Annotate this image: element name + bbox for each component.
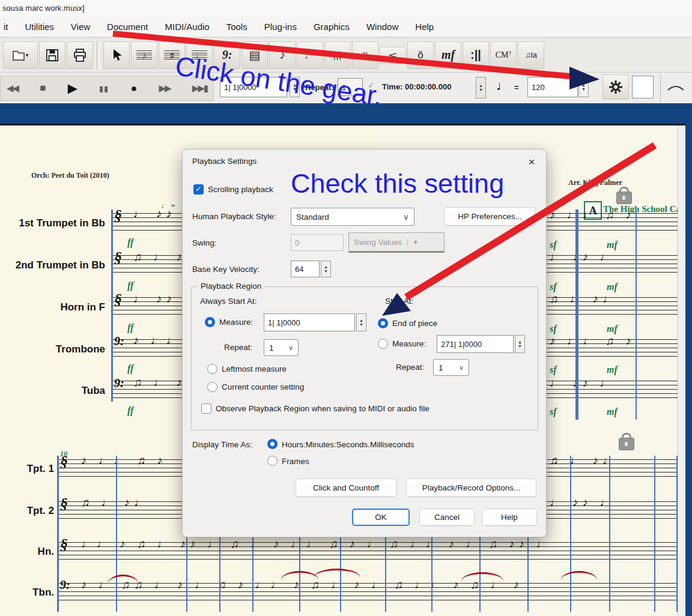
staff-label-tpt2[interactable]: Tpt. 2 [0,505,54,517]
rewind-button[interactable]: ◀◀ [7,83,18,94]
menu-tools[interactable]: Tools [218,22,256,32]
print-button[interactable] [67,41,93,69]
playback-settings-gear-button[interactable] [602,74,629,100]
tempo-spinner[interactable]: ▴▾ [578,77,589,97]
annotation-check-setting: Check this setting [291,168,504,199]
menu-help[interactable]: Help [407,22,442,32]
treble-clef-icon: § [114,207,122,225]
print-icon [73,48,87,62]
tuplet-tool-button[interactable]: ³¹ [352,41,378,69]
start-measure-radio[interactable] [205,317,215,327]
dynamic-sf: sf [550,406,557,417]
leftmost-measure-label: Leftmost measure [222,364,287,373]
smart-slur-button[interactable] [662,74,690,100]
staff-label-tuba[interactable]: Tuba [9,385,105,397]
staff-label-hn[interactable]: Hn. [0,546,54,558]
articulation-tool-button[interactable]: ŏ [407,41,434,69]
main-toolbar: ▾ ♪ ♯ ♩ 9: ▤ ♪ [0,38,692,73]
display-hms-radio[interactable] [267,439,278,449]
pause-button[interactable]: ▮▮ [99,84,109,93]
current-counter-radio[interactable] [207,382,217,392]
staff-label-trumpet2[interactable]: 2nd Trumpet in Bb [9,259,105,271]
slur-mark [108,575,138,584]
special-tools-button[interactable]: ||| [324,41,351,69]
scrolling-playback-checkbox[interactable]: ✓ [193,184,204,195]
stop-button[interactable]: ■ [40,82,46,94]
stop-repeat-select[interactable]: 1 ∨ [433,359,469,376]
time-spinner[interactable]: ▴▾ [476,77,486,98]
end-of-piece-radio[interactable] [378,318,388,328]
menu-window[interactable]: Window [358,22,407,32]
menu-plugins[interactable]: Plug-ins [256,22,305,32]
staff-tool-button[interactable]: ♪ [131,41,157,69]
menu-utilities[interactable]: Utilities [17,22,62,32]
staff-label-tpt1[interactable]: Tpt. 1 [0,463,54,475]
ok-button[interactable]: OK [352,509,410,526]
open-caret-icon[interactable]: ▾ [25,52,28,58]
speedy-entry-tool-button[interactable]: ♩ [297,41,323,69]
record-button[interactable]: ● [130,82,137,95]
observe-region-checkbox[interactable] [201,403,211,414]
slur-mark [314,569,360,578]
fast-forward-button[interactable]: ▶▶ [159,83,170,94]
tempo-input[interactable]: 120 [527,77,578,97]
close-icon[interactable]: × [524,154,539,170]
start-measure-input[interactable]: 1| 1|0000 [264,313,355,331]
notes-decoration: ♩ ♪♪ ♩ [550,250,616,264]
menu-midi-audio[interactable]: MIDI/Audio [156,22,217,32]
base-key-velocity-label: Base Key Velocity: [192,265,260,274]
current-counter-label: Current counter setting [222,382,304,391]
stop-measure-spinner[interactable]: ▴▾ [515,335,525,353]
repeat-tool-button[interactable]: :|| [463,41,489,69]
display-frames-radio[interactable] [267,456,278,466]
menu-graphics[interactable]: Graphics [305,22,358,32]
open-button[interactable]: ▾ [3,41,38,69]
blank-toolbar-field[interactable] [632,76,654,98]
click-countoff-button[interactable]: Click and Countoff [296,479,396,497]
dynamic-mf: mf [607,406,618,417]
dynamic-ff: ff [127,405,133,416]
save-button[interactable] [39,41,65,69]
notes-decoration: ♪ ♩♩ ♫ ♪ [550,334,636,348]
selection-tool-button[interactable] [103,41,130,69]
expression-tool-button[interactable]: mf [435,41,461,69]
notes-decoration: ♩ ♪♪ ♩ [550,496,616,509]
start-repeat-select[interactable]: 1 ∨ [264,339,299,356]
base-key-velocity-spinner[interactable]: ▴▾ [321,261,331,277]
staff-label-trombone[interactable]: Trombone [9,343,105,355]
barline [636,210,637,420]
text-block-icon: ▤ [249,48,261,62]
human-playback-select[interactable]: Standard ∨ [291,208,414,226]
start-measure-spinner[interactable]: ▴▾ [356,313,366,331]
playback-record-options-button[interactable]: Playback/Record Options... [406,479,536,497]
dynamic-ff: ff [127,237,133,248]
articulation-icon: ŏ [417,49,423,61]
staff-label-horn[interactable]: Horn in F [9,301,105,313]
end-of-piece-label: End of piece [392,319,437,328]
scrolling-playback-label: Scrolling playback [208,185,273,194]
page-right-edge [678,125,686,616]
leftmost-measure-radio[interactable] [207,364,217,374]
base-key-velocity-input[interactable]: 64 [291,261,320,277]
play-button[interactable]: ▶ [68,81,77,95]
dialog-title: Playback Settings [192,157,256,166]
chevron-down-icon: ∨ [288,344,293,352]
menu-edit[interactable]: it [0,22,17,32]
menu-view[interactable]: View [62,22,99,32]
stop-measure-radio[interactable] [378,339,388,349]
smart-shape-tool-button[interactable]: < [380,47,406,64]
cancel-button[interactable]: Cancel [419,509,475,526]
window-titlebar: sousa marc work.musx] [0,0,692,16]
chord-tool-button[interactable]: CM⁷ [490,41,517,69]
help-button[interactable]: Help [482,509,537,526]
staff-label-trumpet1[interactable]: 1st Trumpet in Bb [9,217,105,229]
chevron-down-icon: ∨ [403,212,409,222]
dynamic-mf: mf [607,324,618,334]
treble-clef-icon: § [114,249,122,267]
staff-label-tbn[interactable]: Tbn. [0,587,54,599]
lock-icon [619,438,634,450]
stop-measure-input[interactable]: 271| 1|0000 [437,335,514,353]
hp-preferences-button[interactable]: HP Preferences... [444,207,536,226]
menu-document[interactable]: Document [99,22,156,32]
lyrics-tool-button[interactable]: ♫la [518,41,544,69]
